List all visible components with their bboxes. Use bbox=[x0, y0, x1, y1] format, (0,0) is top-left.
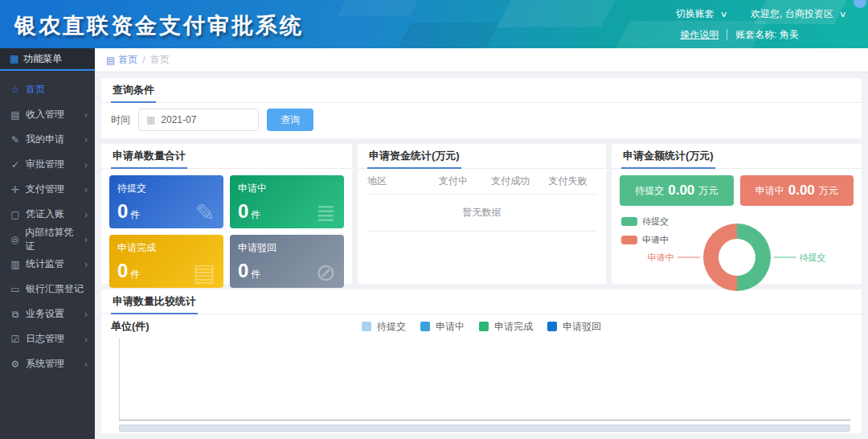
comparison-legend: 待提交 申请中 申请完成 申请驳回 bbox=[362, 320, 601, 334]
page-icon: ▤ bbox=[106, 55, 115, 66]
document-icon: ▤ bbox=[193, 261, 215, 285]
stat-card-label: 申请完成 bbox=[117, 241, 215, 255]
legend-item-pending-submit[interactable]: 待提交 bbox=[362, 320, 406, 334]
search-button[interactable]: 查询 bbox=[267, 109, 313, 131]
empty-state-text: 暂无数据 bbox=[367, 195, 596, 232]
chevron-right-icon: › bbox=[84, 184, 88, 195]
sidebar-item-label: 首页 bbox=[26, 83, 45, 96]
sidebar-item-voucher-entry[interactable]: ▢ 凭证入账 › bbox=[0, 202, 95, 227]
chevron-down-icon[interactable]: ∨ bbox=[719, 10, 727, 18]
legend-swatch-dark-blue bbox=[547, 322, 557, 331]
legend-item-rejected[interactable]: 申请驳回 bbox=[547, 320, 601, 334]
bar-chart-icon: ▥ bbox=[10, 259, 21, 270]
sidebar-header-label: 功能菜单 bbox=[23, 52, 62, 66]
sidebar-item-label: 收入管理 bbox=[26, 108, 64, 121]
badge-unit: 万元 bbox=[698, 184, 718, 198]
month-picker-input[interactable]: ▦ 2021-07 bbox=[138, 109, 259, 131]
sidebar-item-income-management[interactable]: ▤ 收入管理 › bbox=[0, 102, 95, 127]
donut-label-line bbox=[774, 257, 796, 258]
chevron-down-icon[interactable]: ∨ bbox=[838, 10, 846, 18]
header-decor-shape bbox=[337, 0, 426, 16]
badge-value: 0.00 bbox=[788, 183, 815, 199]
stat-card-completed[interactable]: 申请完成 0件 ▤ bbox=[109, 235, 223, 288]
funds-title-row: 申请资金统计(万元) bbox=[358, 144, 606, 169]
sidebar-item-payment-management[interactable]: ✛ 支付管理 › bbox=[0, 177, 95, 202]
sidebar-item-my-applications[interactable]: ✎ 我的申请 › bbox=[0, 127, 95, 152]
app-title: 银农直联资金支付审批系统 bbox=[14, 11, 304, 40]
column-header-paying: 支付中 bbox=[424, 174, 481, 188]
stat-card-unit: 件 bbox=[251, 209, 260, 220]
legend-item-pending-submit[interactable]: 待提交 bbox=[621, 215, 669, 228]
sidebar-item-label: 内部结算凭证 bbox=[25, 226, 80, 253]
stat-card-value: 0 bbox=[117, 200, 128, 222]
sidebar-item-approval-management[interactable]: ✓ 审批管理 › bbox=[0, 152, 95, 177]
sidebar-item-system-management[interactable]: ⚙ 系统管理 › bbox=[0, 351, 95, 376]
document-icon: ▤ bbox=[10, 109, 21, 121]
pen-icon: ✎ bbox=[10, 134, 21, 146]
chevron-right-icon: › bbox=[84, 259, 88, 270]
stat-card-rejected[interactable]: 申请驳回 0件 ⊘ bbox=[230, 235, 344, 288]
donut-label-text: 待提交 bbox=[800, 252, 826, 264]
chevron-right-icon: › bbox=[84, 109, 88, 121]
notification-dot[interactable] bbox=[854, 0, 866, 8]
badge-value: 0.00 bbox=[668, 183, 694, 199]
legend-swatch-green bbox=[479, 322, 489, 331]
badge-label: 申请中 bbox=[755, 184, 784, 198]
sidebar-item-home[interactable]: ☆ 首页 bbox=[0, 77, 95, 102]
edit-box-icon: ☑ bbox=[10, 334, 21, 345]
breadcrumb-current: 首页 bbox=[150, 53, 170, 67]
sidebar-item-label: 业务设置 bbox=[26, 307, 64, 321]
legend-item-in-progress[interactable]: 申请中 bbox=[621, 234, 669, 246]
stat-card-in-progress[interactable]: 申请中 0件 ≣ bbox=[230, 175, 344, 228]
sidebar-item-business-settings[interactable]: ⧉ 业务设置 › bbox=[0, 302, 95, 326]
stat-card-label: 申请中 bbox=[238, 182, 336, 195]
welcome-user-label[interactable]: 欢迎您, 台商投资区 bbox=[751, 7, 833, 21]
donut-chart-area: 待提交 申请中 申请中 bbox=[620, 212, 854, 302]
operation-guide-link[interactable]: 操作说明 bbox=[680, 28, 719, 42]
legend-item-in-progress[interactable]: 申请中 bbox=[420, 320, 465, 334]
stat-card-unit: 件 bbox=[130, 269, 140, 280]
column-header-region: 地区 bbox=[367, 174, 424, 188]
sidebar-item-bank-draft-registration[interactable]: ▭ 银行汇票登记 bbox=[0, 277, 95, 302]
bar-chart-plot-area bbox=[119, 338, 850, 421]
column-header-pay-success: 支付成功 bbox=[482, 174, 539, 188]
header-decor-shape bbox=[392, 23, 499, 48]
gear-icon: ◎ bbox=[10, 234, 20, 245]
app-header: 银农直联资金支付审批系统 切换账套 ∨ 欢迎您, 台商投资区 ∨ 操作说明 账套… bbox=[0, 0, 868, 48]
card-icon: ▭ bbox=[10, 284, 21, 295]
sidebar-item-label: 日志管理 bbox=[26, 332, 64, 346]
sidebar-item-internal-settlement-voucher[interactable]: ◎ 内部结算凭证 › bbox=[0, 227, 95, 252]
breadcrumb-separator: / bbox=[142, 55, 145, 66]
stat-card-value: 0 bbox=[238, 260, 248, 281]
data-zoom-slider[interactable] bbox=[119, 425, 850, 432]
stat-card-pending-submit[interactable]: 待提交 0件 ✎ bbox=[109, 175, 223, 228]
breadcrumb-home-link[interactable]: ▤ 首页 bbox=[106, 53, 137, 67]
application-count-title-row: 申请单数量合计 bbox=[101, 144, 352, 169]
donut-chart[interactable] bbox=[703, 224, 771, 291]
sidebar: ▦ 功能菜单 ☆ 首页 ▤ 收入管理 › ✎ 我的申请 › ✓ 审批管理 › ✛… bbox=[0, 48, 95, 439]
funds-table-header: 地区 支付中 支付成功 支付失败 bbox=[367, 169, 596, 195]
chevron-right-icon: › bbox=[84, 359, 88, 370]
stat-card-value: 0 bbox=[238, 200, 248, 222]
query-section-title: 查询条件 bbox=[111, 78, 156, 103]
stats-row: 申请单数量合计 待提交 0件 ✎ 申请中 0件 ≣ 申请完成 bbox=[101, 144, 862, 284]
sidebar-item-log-management[interactable]: ☑ 日志管理 › bbox=[0, 326, 95, 351]
briefcase-icon: ▢ bbox=[10, 209, 21, 220]
sidebar-item-label: 系统管理 bbox=[26, 357, 64, 371]
donut-label-pending-submit: 待提交 bbox=[774, 252, 826, 264]
stat-card-unit: 件 bbox=[251, 269, 260, 280]
amount-badge-pending-submit: 待提交 0.00 万元 bbox=[620, 175, 734, 206]
funds-table: 地区 支付中 支付成功 支付失败 暂无数据 bbox=[358, 169, 606, 232]
chevron-right-icon: › bbox=[84, 209, 88, 220]
unit-label: 单位(件) bbox=[111, 319, 149, 334]
sidebar-item-statistics-supervision[interactable]: ▥ 统计监管 › bbox=[0, 252, 95, 277]
switch-account-link[interactable]: 切换账套 bbox=[676, 7, 714, 21]
badge-label: 待提交 bbox=[635, 184, 664, 198]
sidebar-item-label: 凭证入账 bbox=[26, 207, 64, 221]
column-header-pay-failed: 支付失败 bbox=[539, 174, 596, 188]
legend-item-completed[interactable]: 申请完成 bbox=[479, 320, 533, 334]
main-area: ▤ 首页 / 首页 查询条件 时间 ▦ 2021-07 查询 bbox=[95, 48, 868, 439]
donut-label-line bbox=[678, 257, 700, 258]
account-name-label: 账套名称: 角美 bbox=[735, 28, 799, 42]
sidebar-item-label: 审批管理 bbox=[26, 158, 64, 171]
